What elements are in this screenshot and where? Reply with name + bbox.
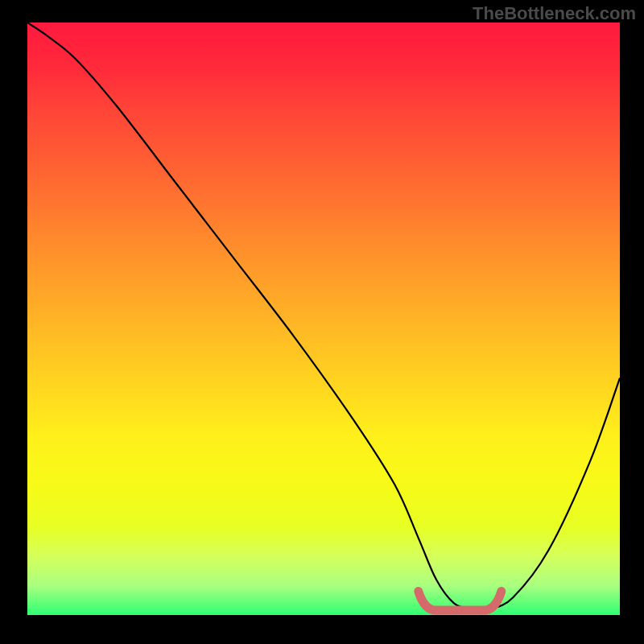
optimal-zone-svg — [27, 23, 620, 615]
watermark-text: TheBottleneck.com — [473, 3, 636, 24]
optimal-zone-marker — [419, 592, 502, 611]
chart-plot-area — [27, 23, 620, 615]
